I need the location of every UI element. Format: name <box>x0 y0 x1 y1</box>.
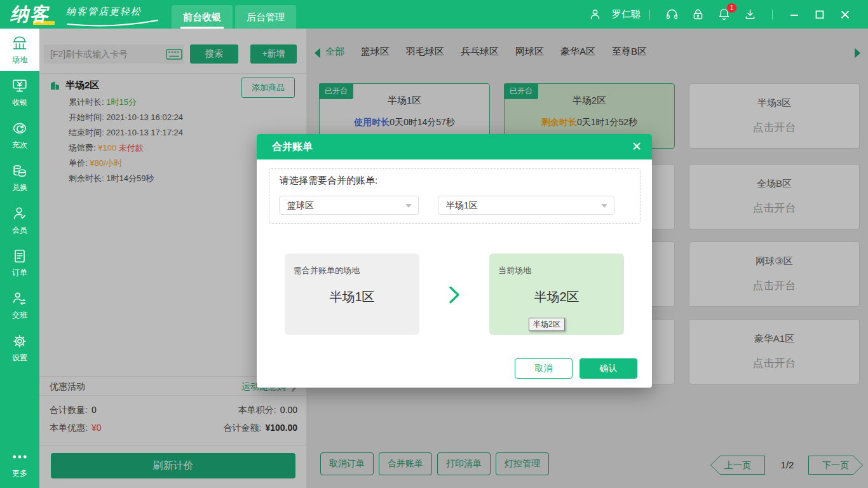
modal-header: 合并账单 ✕ <box>257 134 652 159</box>
settings-icon <box>11 333 28 349</box>
merge-bill-modal: 合并账单 ✕ 请选择需要合并的账单: 篮球区 半场1区 需合并账单的场地 半场1… <box>257 134 652 388</box>
exchange-icon <box>11 163 28 179</box>
current-user[interactable]: 罗仁聪 <box>582 8 641 21</box>
sidebar-item-label: 收银 <box>12 97 27 108</box>
minimize-button[interactable] <box>789 9 800 20</box>
headset-icon[interactable] <box>665 8 679 21</box>
main-tabs: 前台收银 后台管理 <box>172 5 296 29</box>
target-venue: 半场2区 <box>489 288 624 306</box>
maximize-button[interactable] <box>814 9 825 20</box>
member-icon <box>11 205 28 222</box>
tab-back-management[interactable]: 后台管理 <box>235 5 296 29</box>
modal-cancel-button[interactable]: 取消 <box>515 358 573 379</box>
sidebar-item-label: 充次 <box>12 140 27 151</box>
sidebar-item-label: 交班 <box>12 310 27 321</box>
user-name: 罗仁聪 <box>612 8 641 20</box>
sidebar-item-shift[interactable]: 交班 <box>0 284 39 327</box>
source-venue: 半场1区 <box>285 288 419 306</box>
sidebar-item-orders[interactable]: 订单 <box>0 241 39 284</box>
cashier-icon <box>11 78 28 94</box>
top-bar: 纳客 纳客管店更轻松 前台收银 后台管理 罗仁聪 1 <box>0 0 868 29</box>
area-select-dropdown[interactable]: 篮球区 <box>279 196 419 215</box>
sidebar-item-venue[interactable]: 场地 <box>0 29 39 71</box>
sidebar-item-member[interactable]: 会员 <box>0 199 39 241</box>
notification-badge: 1 <box>727 3 736 13</box>
venue-select-dropdown[interactable]: 半场1区 <box>438 196 614 215</box>
merge-arrow-icon <box>449 286 461 304</box>
sidebar-item-recharge[interactable]: 充次 <box>0 114 39 156</box>
divider <box>649 10 650 20</box>
sidebar-item-label: 更多 <box>12 468 27 479</box>
sidebar-item-exchange[interactable]: 兑换 <box>0 156 39 199</box>
lock-icon[interactable] <box>691 8 705 21</box>
merge-source-box: 需合并账单的场地 半场1区 <box>285 254 419 335</box>
hover-tooltip: 半场2区 <box>529 318 565 331</box>
shift-icon <box>11 290 28 307</box>
sidebar-item-label: 订单 <box>12 268 27 278</box>
modal-close-icon[interactable]: ✕ <box>632 134 642 159</box>
sidebar-item-label: 设置 <box>12 353 27 363</box>
chevron-down-icon <box>601 204 607 208</box>
recharge-icon <box>11 120 28 137</box>
sidebar-item-label: 场地 <box>12 55 27 65</box>
notification-bell[interactable]: 1 <box>717 8 731 21</box>
sidebar-item-label: 会员 <box>12 225 27 236</box>
close-button[interactable] <box>839 9 851 20</box>
sidebar-item-more[interactable]: 更多 <box>0 447 39 480</box>
chevron-down-icon <box>405 204 412 208</box>
app-logo: 纳客 <box>10 2 50 27</box>
sidebar-item-cashier[interactable]: 收银 <box>0 71 39 114</box>
user-icon <box>588 8 602 21</box>
modal-title: 合并账单 <box>272 141 313 152</box>
divider <box>772 10 773 20</box>
modal-confirm-button[interactable]: 确认 <box>580 358 637 379</box>
order-icon <box>11 248 28 264</box>
download-icon[interactable] <box>743 8 757 21</box>
more-icon <box>11 449 28 465</box>
target-label: 当前场地 <box>498 265 531 276</box>
sidebar-item-label: 兑换 <box>12 182 27 193</box>
modal-prompt: 请选择需要合并的账单: <box>280 175 377 187</box>
app-slogan: 纳客管店更轻松 <box>66 6 142 18</box>
sidebar-item-settings[interactable]: 设置 <box>0 327 39 369</box>
slogan-underline-swoosh <box>65 19 160 27</box>
sidebar-nav: 场地 收银 充次 兑换 会员 订单 交班 设置 更多 <box>0 29 39 488</box>
venue-icon <box>11 35 28 51</box>
source-label: 需合并账单的场地 <box>294 265 360 276</box>
merge-target-box: 当前场地 半场2区 半场2区 <box>489 254 624 335</box>
tab-front-cashier[interactable]: 前台收银 <box>172 5 233 29</box>
